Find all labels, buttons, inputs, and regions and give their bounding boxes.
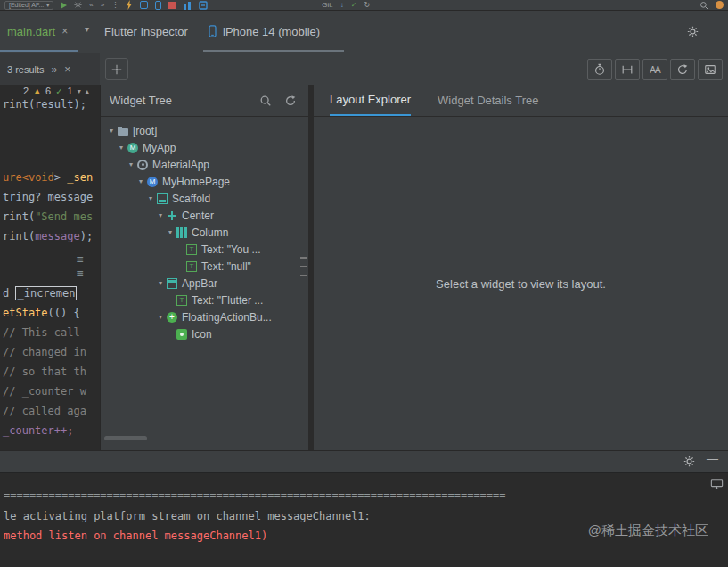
check-icon: ✓ — [55, 86, 62, 96]
close-icon[interactable]: × — [61, 25, 68, 37]
floating-action-button-widget-icon — [167, 312, 177, 323]
tree-item-text-null[interactable]: Text: "null" — [101, 258, 308, 275]
tree-item-text-flutter[interactable]: Text: "Flutter ... — [101, 292, 308, 308]
splitter-handle[interactable] — [300, 257, 307, 280]
horizontal-scrollbar[interactable] — [104, 436, 147, 440]
tree-item-myapp[interactable]: ▾MyApp — [101, 139, 308, 156]
attach-debugger-icon[interactable] — [199, 1, 208, 10]
chevron-expanded-icon[interactable]: ▾ — [106, 127, 117, 135]
screen-share-icon[interactable] — [710, 478, 724, 490]
gear-icon[interactable] — [687, 26, 699, 37]
text-widget-icon — [186, 244, 197, 255]
inspector-toggle-buttons: AA — [587, 59, 723, 80]
git-commit-icon[interactable]: ✓ — [351, 1, 357, 10]
warning-icon: ▲ — [33, 86, 41, 95]
tab-main-dart[interactable]: main.dart × — [0, 11, 75, 52]
tree-item-materialapp[interactable]: ▾MaterialApp — [101, 156, 308, 173]
tab-device-iphone14[interactable]: iPhone 14 (mobile) — [209, 11, 320, 52]
chevron-expanded-icon[interactable]: ▾ — [126, 160, 136, 168]
console-separator: ========================================… — [4, 489, 506, 501]
search-icon[interactable] — [259, 94, 272, 107]
show-guidelines-button[interactable] — [615, 59, 640, 80]
center-widget-icon — [167, 210, 177, 221]
chevron-expanded-icon[interactable]: ▾ — [165, 228, 176, 236]
stop-icon[interactable] — [168, 2, 176, 9]
tree-item-fab[interactable]: ▾FloatingActionBu... — [101, 308, 308, 325]
appbar-widget-icon — [167, 278, 177, 289]
tree-item-center[interactable]: ▾Center — [101, 207, 308, 224]
settings-icon[interactable] — [74, 1, 82, 9]
highlight-repaints-button[interactable] — [670, 59, 695, 80]
profiler-icon[interactable] — [183, 1, 192, 10]
code-line: rint(result); — [3, 98, 86, 111]
editor-find-bar: 3 results » × — [0, 53, 100, 85]
icon-widget-icon — [176, 329, 187, 340]
select-widget-mode-button[interactable] — [105, 58, 128, 80]
tab-bar: main.dart × ▾ Flutter Inspector iPhone 1… — [0, 11, 728, 53]
chevron-expanded-icon[interactable]: ▾ — [155, 279, 166, 287]
chevron-expanded-icon[interactable]: ▾ — [135, 177, 146, 185]
chevron-expanded-icon[interactable]: ▾ — [155, 211, 166, 219]
tree-item-text-you[interactable]: Text: "You ... — [101, 241, 308, 258]
chevron-expanded-icon[interactable]: ▾ — [116, 144, 127, 152]
chevron-expanded-icon[interactable]: ▾ — [155, 313, 166, 321]
back-icon[interactable]: « — [89, 1, 93, 10]
forward-icon[interactable]: » — [101, 1, 104, 10]
chevron-expanded-icon[interactable]: ▾ — [145, 194, 156, 202]
console-panel: ========================================… — [0, 472, 728, 567]
device-tab-label: iPhone 14 (mobile) — [223, 25, 320, 38]
git-pull-icon[interactable]: ↓ — [340, 1, 344, 10]
minimize-icon[interactable]: — — [708, 21, 720, 35]
crosshair-icon — [110, 63, 123, 76]
console-error-line: method listen on channel messageChannel1… — [4, 530, 267, 542]
tree-item-root[interactable]: ▾[root] — [101, 122, 308, 139]
code-line: rint(message); — [3, 230, 93, 242]
code-line: // changed in — [3, 346, 86, 358]
next-problem-icon[interactable]: ▾ — [78, 87, 81, 95]
chevron-down-icon: ▾ — [46, 2, 49, 8]
find-more-icon[interactable]: » — [52, 63, 58, 76]
baselines-icon: AA — [650, 65, 659, 75]
guidelines-icon — [621, 63, 634, 76]
run-config-dropdown[interactable]: [Edited] AF... ▾ — [4, 1, 53, 10]
profile-avatar[interactable] — [716, 1, 724, 9]
widget-tree-panel: Widget Tree ▾[root] ▾MyApp ▾MaterialApp … — [100, 85, 308, 450]
inspections-widget[interactable]: 2 ▲ 6 ✓ 1 ▾ ▴ — [23, 86, 89, 96]
folded-lines-icon[interactable]: ≡ — [77, 252, 84, 266]
folded-lines-icon[interactable]: ≡ — [77, 267, 84, 280]
run-icon[interactable] — [61, 2, 67, 9]
slow-animations-button[interactable] — [587, 59, 612, 80]
layout-explorer-panel: Layout Explorer Widget Details Tree Sele… — [314, 85, 728, 450]
refresh-icon[interactable] — [284, 94, 297, 107]
warning-count: 6 — [45, 86, 51, 96]
device-icon[interactable] — [140, 1, 148, 9]
code-line: tring? message — [3, 191, 93, 203]
minimize-icon[interactable]: — — [707, 452, 718, 465]
phone-device-icon[interactable] — [155, 1, 161, 10]
tree-item-myhomepage[interactable]: ▾MyHomePage — [101, 173, 308, 190]
search-icon[interactable] — [699, 1, 708, 10]
bottom-toolbar: — — [0, 450, 728, 472]
tree-item-icon[interactable]: Icon — [101, 325, 308, 342]
tab-widget-details-tree[interactable]: Widget Details Tree — [438, 85, 538, 116]
code-line: // so that th — [3, 366, 86, 378]
hot-reload-icon[interactable] — [126, 0, 133, 10]
git-refresh-icon[interactable]: ↻ — [364, 1, 370, 10]
layout-panel-tabs: Layout Explorer Widget Details Tree — [314, 85, 728, 117]
inspection-count: 2 — [23, 86, 29, 96]
tab-layout-explorer[interactable]: Layout Explorer — [330, 85, 411, 116]
find-close-icon[interactable]: × — [64, 63, 70, 76]
folder-icon — [118, 126, 128, 136]
show-baselines-button[interactable]: AA — [642, 59, 667, 80]
gear-icon[interactable] — [683, 456, 695, 467]
chevron-down-icon[interactable]: ▾ — [85, 24, 89, 34]
prev-problem-icon[interactable]: ▴ — [86, 87, 89, 95]
highlight-oversized-images-button[interactable] — [698, 59, 723, 80]
tree-item-scaffold[interactable]: ▾Scaffold — [101, 190, 308, 207]
tree-item-column[interactable]: ▾Column — [101, 224, 308, 241]
ide-window: [Edited] AF... ▾ « » ⋮ Git: ↓ ✓ ↻ main.d… — [0, 0, 728, 567]
more-options-icon[interactable]: ⋮ — [111, 1, 119, 10]
tree-item-appbar[interactable]: ▾AppBar — [101, 275, 308, 292]
text-widget-icon — [176, 295, 187, 306]
code-editor[interactable]: 2 ▲ 6 ✓ 1 ▾ ▴ rint(result); ure<void> _s… — [0, 85, 100, 450]
